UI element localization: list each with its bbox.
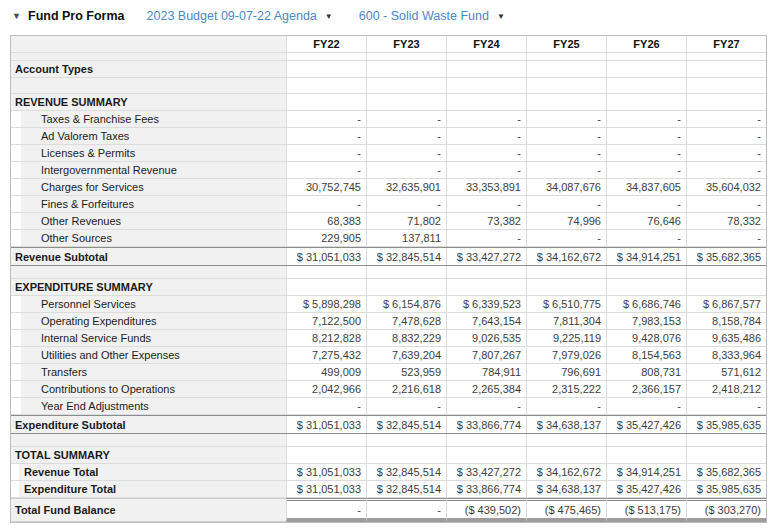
table-row-item: Charges for Services30,752,74532,635,901… — [11, 179, 766, 196]
cell-FY24: - — [446, 111, 526, 127]
cell-FY26: 76,646 — [606, 213, 686, 229]
row-label: Fines & Forfeitures — [11, 196, 286, 212]
cell-FY23 — [366, 61, 446, 77]
cell-FY24 — [446, 447, 526, 463]
row-label: Revenue Subtotal — [11, 248, 286, 265]
row-label: Total Fund Balance — [11, 498, 286, 522]
cell-FY23: - — [366, 162, 446, 178]
table-row-item: Utilities and Other Expenses7,275,4327,6… — [11, 347, 766, 364]
cell-FY24: - — [446, 128, 526, 144]
cell-FY27: - — [686, 230, 766, 246]
table-row-subtotal: Revenue Subtotal$ 31,051,033$ 32,845,514… — [11, 247, 766, 266]
spacer-row — [11, 78, 766, 94]
cell-FY22 — [286, 266, 366, 278]
cell-FY24: 33,353,891 — [446, 179, 526, 195]
cell-FY26: - — [606, 162, 686, 178]
cell-FY25 — [526, 94, 606, 110]
cell-FY24: - — [446, 162, 526, 178]
cell-FY25 — [526, 266, 606, 278]
row-label: Intergovernmental Revenue — [11, 162, 286, 178]
cell-FY22: 7,275,432 — [286, 347, 366, 363]
cell-FY27: $ 6,867,577 — [686, 296, 766, 312]
cell-FY23: 7,639,204 — [366, 347, 446, 363]
column-header-FY27: FY27 — [686, 36, 766, 52]
cell-FY22: 229,905 — [286, 230, 366, 246]
cell-FY22: $ 31,051,033 — [286, 464, 366, 480]
cell-FY26: - — [606, 196, 686, 212]
cell-FY22: - — [286, 162, 366, 178]
row-label: Expenditure Total — [11, 481, 286, 497]
cell-FY27: $ 35,682,365 — [686, 464, 766, 480]
row-label — [11, 266, 286, 278]
cell-FY24: - — [446, 398, 526, 414]
cell-FY25: $ 34,638,137 — [526, 416, 606, 433]
cell-FY27 — [686, 53, 766, 60]
cell-FY27: 571,612 — [686, 364, 766, 380]
cell-FY24: $ 33,866,774 — [446, 416, 526, 433]
cell-FY22: - — [286, 145, 366, 161]
table-row-item: Other Revenues68,38371,80273,38274,99676… — [11, 213, 766, 230]
cell-FY27 — [686, 78, 766, 93]
cell-FY24: 784,911 — [446, 364, 526, 380]
cell-FY25: 7,979,026 — [526, 347, 606, 363]
cell-FY22: - — [286, 128, 366, 144]
cell-FY25 — [526, 447, 606, 463]
column-header-FY24: FY24 — [446, 36, 526, 52]
cell-FY23: $ 32,845,514 — [366, 416, 446, 433]
column-header-FY23: FY23 — [366, 36, 446, 52]
cell-FY23: 2,216,618 — [366, 381, 446, 397]
cell-FY25 — [526, 53, 606, 60]
cell-FY22 — [286, 94, 366, 110]
cell-FY25 — [526, 61, 606, 77]
cell-FY23: 137,811 — [366, 230, 446, 246]
cell-FY25 — [526, 279, 606, 295]
cell-FY24 — [446, 434, 526, 446]
cell-FY25: - — [526, 230, 606, 246]
fund-dropdown[interactable]: 600 - Solid Waste Fund ▼ — [359, 9, 505, 23]
cell-FY22: 499,009 — [286, 364, 366, 380]
row-label — [11, 78, 286, 93]
table-row-grandtotal: Total Fund Balance--($ 439,502)($ 475,46… — [11, 498, 766, 522]
cell-FY26: - — [606, 111, 686, 127]
cell-FY23 — [366, 279, 446, 295]
cell-FY27: 8,333,964 — [686, 347, 766, 363]
table-row-item: Personnel Services$ 5,898,298$ 6,154,876… — [11, 296, 766, 313]
cell-FY26 — [606, 53, 686, 60]
cell-FY27: 8,158,784 — [686, 313, 766, 329]
cell-FY23: - — [366, 398, 446, 414]
cell-FY23 — [366, 53, 446, 60]
cell-FY25: ($ 475,465) — [526, 498, 606, 522]
cell-FY25: - — [526, 398, 606, 414]
cell-FY23: - — [366, 145, 446, 161]
cell-FY26 — [606, 434, 686, 446]
cell-FY26: - — [606, 230, 686, 246]
cell-FY26 — [606, 78, 686, 93]
cell-FY25: 34,087,676 — [526, 179, 606, 195]
cell-FY22: $ 5,898,298 — [286, 296, 366, 312]
table-row-item: Taxes & Franchise Fees------ — [11, 111, 766, 128]
cell-FY22: - — [286, 498, 366, 522]
cell-FY27: 9,635,486 — [686, 330, 766, 346]
cell-FY27 — [686, 447, 766, 463]
cell-FY24 — [446, 266, 526, 278]
cell-FY25: - — [526, 111, 606, 127]
column-header-row: FY22FY23FY24FY25FY26FY27 — [11, 36, 766, 53]
spacer-row — [11, 434, 766, 447]
cell-FY22 — [286, 53, 366, 60]
chevron-down-icon: ▼ — [325, 12, 333, 21]
cell-FY26: - — [606, 128, 686, 144]
cell-FY24: 9,026,535 — [446, 330, 526, 346]
cell-FY24: 73,382 — [446, 213, 526, 229]
cell-FY22: $ 31,051,033 — [286, 416, 366, 433]
cell-FY26: 8,154,563 — [606, 347, 686, 363]
cell-FY23 — [366, 266, 446, 278]
cell-FY23 — [366, 78, 446, 93]
cell-FY25: - — [526, 145, 606, 161]
cell-FY24 — [446, 53, 526, 60]
table-row-totalitem: Revenue Total$ 31,051,033$ 32,845,514$ 3… — [11, 464, 766, 481]
row-label: Ad Valorem Taxes — [11, 128, 286, 144]
table-row-item: Operating Expenditures7,122,5007,478,628… — [11, 313, 766, 330]
budget-dropdown[interactable]: 2023 Budget 09-07-22 Agenda ▼ — [147, 9, 333, 23]
collapse-caret-icon[interactable]: ▼ — [12, 11, 28, 21]
cell-FY26: ($ 513,175) — [606, 498, 686, 522]
